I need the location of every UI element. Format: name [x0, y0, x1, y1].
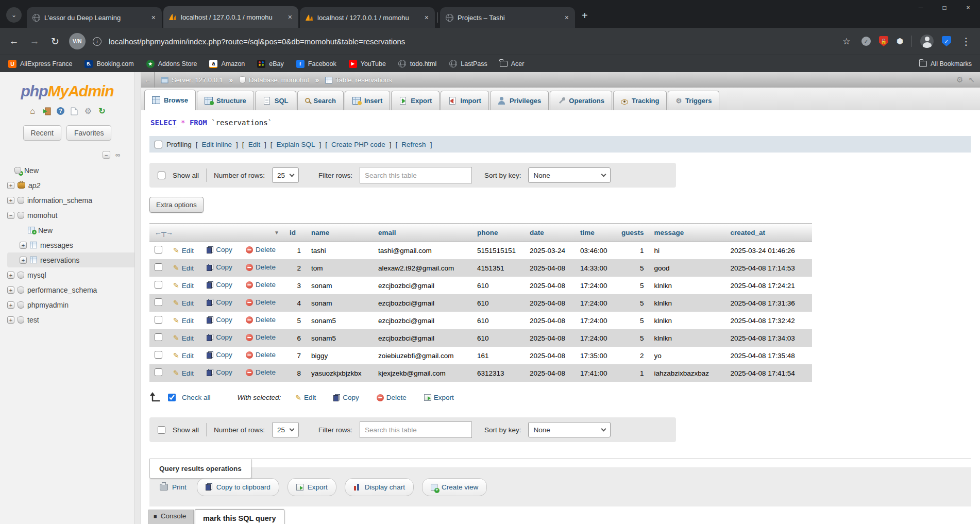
browser-tab-4[interactable]: Projects – Tashi ×	[440, 7, 575, 28]
tab-search[interactable]: Search	[297, 91, 344, 110]
rows-count-select[interactable]: 25	[272, 422, 299, 437]
bookmark-ebay[interactable]: eBay	[257, 60, 284, 68]
column-header-message[interactable]: message	[649, 224, 725, 242]
minimize-button[interactable]: ─	[909, 0, 933, 15]
row-checkbox[interactable]	[155, 333, 162, 341]
tree-item-information-schema[interactable]: + information_schema	[7, 193, 134, 208]
copy-selected-link[interactable]: Copy	[333, 394, 359, 401]
extension-badge-icon[interactable]: ✓	[861, 37, 871, 46]
pma-logo[interactable]: phpMyAdmin	[0, 82, 134, 100]
favorites-button[interactable]: Favorites	[66, 125, 112, 141]
sort-key-select[interactable]: None	[528, 167, 611, 183]
edit-link[interactable]: ✎Edit	[173, 316, 194, 325]
rows-count-select[interactable]: 25	[272, 167, 299, 183]
copy-link[interactable]: Copy	[207, 281, 232, 289]
sort-options-icon[interactable]: ▼	[274, 230, 279, 235]
back-button[interactable]: ←	[7, 36, 21, 47]
tab-close-icon[interactable]: ×	[150, 13, 157, 22]
tree-item-mysql[interactable]: + mysql	[7, 267, 134, 282]
row-checkbox[interactable]	[155, 368, 162, 376]
lastpass-shield-icon[interactable]: 🔓	[879, 36, 888, 46]
show-all-checkbox[interactable]	[158, 172, 165, 179]
all-bookmarks-button[interactable]: All Bookmarks	[919, 60, 972, 67]
collapse-all-icon[interactable]: −	[103, 151, 110, 159]
expand-icon[interactable]: +	[7, 197, 14, 204]
filter-input[interactable]	[360, 167, 472, 183]
tree-item-phpmyadmin[interactable]: + phpmyadmin	[7, 297, 134, 312]
filter-input[interactable]	[360, 421, 472, 438]
edit-link[interactable]: ✎Edit	[173, 281, 194, 290]
edit-link[interactable]: ✎Edit	[173, 369, 194, 377]
bookmark-todo[interactable]: todo.html	[398, 60, 436, 68]
vpn-extension-badge[interactable]: V/N	[69, 33, 86, 49]
row-checkbox[interactable]	[155, 246, 162, 253]
edit-link[interactable]: Edit	[248, 141, 260, 148]
maximize-button[interactable]: □	[933, 0, 956, 15]
bookmark-booking[interactable]: B. Booking.com	[85, 60, 133, 68]
close-button[interactable]: ×	[956, 0, 980, 15]
edit-link[interactable]: ✎Edit	[173, 334, 194, 342]
delete-link[interactable]: Delete	[246, 246, 276, 253]
create-php-code-link[interactable]: Create PHP code	[331, 141, 385, 148]
expand-icon[interactable]: +	[20, 242, 27, 249]
logout-door-icon[interactable]	[42, 106, 52, 116]
explain-sql-link[interactable]: Explain SQL	[276, 141, 315, 148]
edit-link[interactable]: ✎Edit	[173, 351, 194, 360]
unlink-icon[interactable]: ∞	[115, 151, 120, 159]
tab-import[interactable]: Import	[441, 91, 488, 110]
tab-privileges[interactable]: Privileges	[490, 91, 549, 110]
edit-inline-link[interactable]: Edit inline	[202, 141, 232, 148]
extensions-puzzle-icon[interactable]: ⬢	[897, 37, 903, 46]
menu-dots-button[interactable]: ⋮	[959, 36, 973, 47]
extra-options-button[interactable]: Extra options	[149, 197, 204, 213]
site-info-icon[interactable]: i	[93, 37, 102, 46]
tab-operations[interactable]: Operations	[550, 91, 612, 110]
copy-link[interactable]: Copy	[207, 351, 232, 359]
check-all-checkbox[interactable]	[168, 394, 176, 401]
sort-key-select[interactable]: None	[528, 422, 611, 437]
copy-link[interactable]: Copy	[207, 298, 232, 306]
export-button[interactable]: Export	[288, 478, 336, 496]
forward-button[interactable]: →	[28, 36, 41, 47]
delete-link[interactable]: Delete	[246, 316, 276, 324]
column-header-guests[interactable]: guests	[616, 224, 649, 242]
column-order-icon[interactable]: ←┬→	[155, 228, 173, 236]
expand-icon[interactable]: +	[20, 257, 27, 264]
tab-close-icon[interactable]: ×	[287, 13, 293, 21]
row-checkbox[interactable]	[155, 263, 162, 271]
security-shield-icon[interactable]: ✓	[942, 36, 951, 46]
breadcrumb-server-link[interactable]: Server: 127.0.0.1	[161, 76, 223, 84]
collapse-icon[interactable]: −	[7, 212, 14, 219]
page-settings-gear-icon[interactable]: ⚙	[956, 75, 963, 84]
show-all-checkbox[interactable]	[158, 426, 165, 434]
column-header-email[interactable]: email	[373, 224, 472, 242]
url-text[interactable]: localhost/phpmyadmin/index.php?route=/sq…	[109, 37, 833, 46]
home-icon[interactable]: ⌂	[28, 106, 38, 116]
settings-gear-icon[interactable]: ⚙	[83, 106, 93, 116]
delete-link[interactable]: Delete	[246, 368, 276, 376]
bookmark-aliexpress[interactable]: U AliExpress France	[8, 60, 72, 68]
tab-triggers[interactable]: ⚙Triggers	[668, 91, 719, 110]
column-header-date[interactable]: date	[525, 224, 575, 242]
expand-icon[interactable]: +	[7, 316, 14, 324]
bookmark-acer[interactable]: Acer	[500, 60, 525, 67]
recent-button[interactable]: Recent	[23, 125, 61, 141]
tree-item-ap2[interactable]: + ap2	[7, 178, 134, 193]
profiling-checkbox[interactable]	[155, 141, 162, 148]
column-header-name[interactable]: name	[306, 224, 373, 242]
tab-tracking[interactable]: Tracking	[613, 91, 667, 110]
edit-link[interactable]: ✎Edit	[173, 299, 194, 307]
expand-icon[interactable]: +	[7, 272, 14, 279]
refresh-link[interactable]: Refresh	[401, 141, 426, 148]
copy-link[interactable]: Copy	[207, 316, 232, 324]
tab-export[interactable]: Export	[391, 91, 440, 110]
tree-item-performance-schema[interactable]: + performance_schema	[7, 282, 134, 297]
column-header-time[interactable]: time	[575, 224, 616, 242]
print-button[interactable]: Print	[158, 479, 189, 496]
reload-navigation-icon[interactable]: ↻	[97, 106, 107, 116]
row-checkbox[interactable]	[155, 298, 162, 306]
tab-search-button[interactable]: ⌄	[6, 7, 22, 23]
check-all-link[interactable]: Check all	[182, 394, 211, 401]
delete-link[interactable]: Delete	[246, 333, 276, 341]
row-checkbox[interactable]	[155, 351, 162, 359]
